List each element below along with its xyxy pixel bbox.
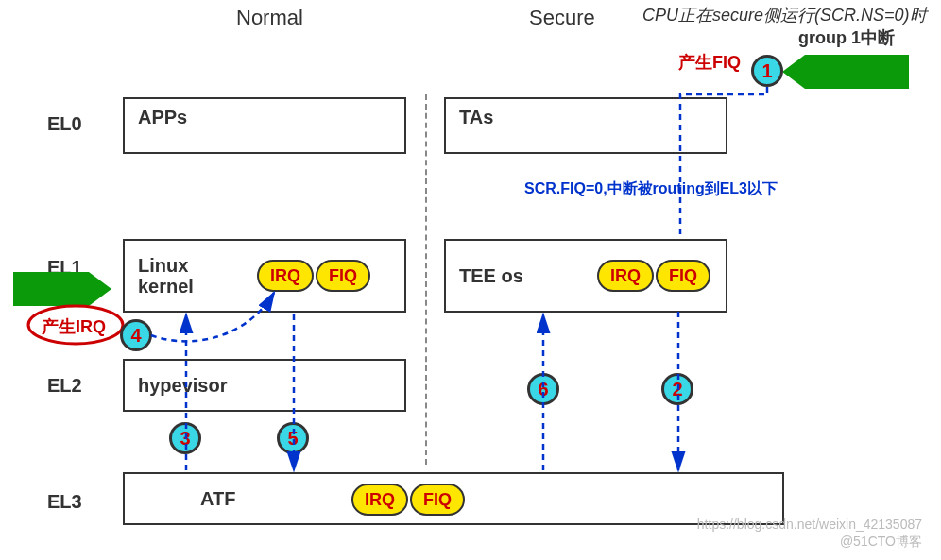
box-linux-text: Linux kernel bbox=[138, 255, 194, 297]
box-hypervisor-text: hypevisor bbox=[138, 375, 227, 397]
box-atf: ATF IRQ FIQ bbox=[123, 472, 784, 525]
box-teeos-text: TEE os bbox=[459, 265, 523, 287]
box-hypervisor: hypevisor bbox=[123, 359, 406, 412]
pill-teeos-irq: IRQ bbox=[597, 260, 654, 292]
interrupt-source-arrow bbox=[782, 55, 909, 89]
step-3: 3 bbox=[169, 422, 201, 454]
box-apps-text: APPs bbox=[138, 107, 187, 128]
watermark-csdn: https://blog.csdn.net/weixin_42135087 bbox=[697, 517, 922, 532]
title-normal: Normal bbox=[236, 6, 303, 30]
note-group1: group 1中断 bbox=[798, 26, 895, 49]
label-gen-irq: 产生IRQ bbox=[42, 315, 106, 338]
pill-atf-fiq: FIQ bbox=[410, 484, 465, 516]
step-2: 2 bbox=[661, 373, 693, 405]
title-secure: Secure bbox=[529, 6, 595, 30]
step-5: 5 bbox=[277, 422, 309, 454]
label-el0: EL0 bbox=[47, 113, 82, 135]
box-tas: TAs bbox=[444, 97, 727, 154]
box-apps: APPs bbox=[123, 97, 406, 154]
pill-linux-irq: IRQ bbox=[257, 260, 314, 292]
label-gen-fiq: 产生FIQ bbox=[678, 51, 741, 74]
step-1: 1 bbox=[751, 55, 783, 87]
label-routing: SCR.FIQ=0,中断被routing到EL3以下 bbox=[524, 179, 778, 199]
watermark-cto: @51CTO博客 bbox=[840, 534, 922, 551]
box-linux: Linux kernel IRQ FIQ bbox=[123, 239, 406, 313]
pill-teeos-fiq: FIQ bbox=[656, 260, 710, 292]
step-6: 6 bbox=[527, 373, 559, 405]
box-tas-text: TAs bbox=[459, 107, 493, 128]
label-el3: EL3 bbox=[47, 491, 82, 513]
label-el2: EL2 bbox=[47, 375, 82, 397]
pill-linux-fiq: FIQ bbox=[316, 260, 370, 292]
irq-source-arrow bbox=[13, 272, 111, 306]
box-teeos: TEE os IRQ FIQ bbox=[444, 239, 727, 313]
box-atf-text: ATF bbox=[200, 488, 235, 510]
note-cpu-secure: CPU正在secure侧运行(SCR.NS=0)时 bbox=[642, 4, 927, 26]
world-divider bbox=[425, 94, 427, 465]
step-4: 4 bbox=[120, 319, 152, 351]
pill-atf-irq: IRQ bbox=[351, 484, 408, 516]
